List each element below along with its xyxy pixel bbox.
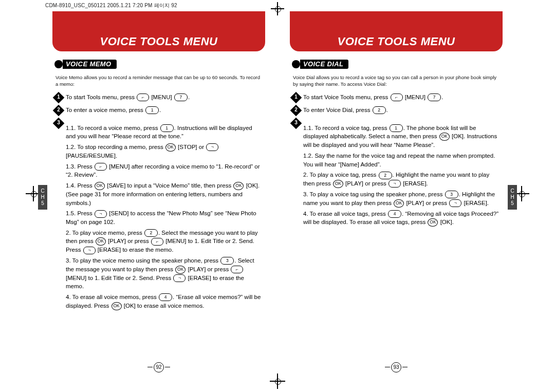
step-text: [MENU] xyxy=(405,94,425,100)
key-1-icon: 1 xyxy=(145,106,159,114)
ok-key-icon: OK xyxy=(175,266,186,274)
substep-text: 3. To play a voice tag using the speaker… xyxy=(303,191,443,197)
key-2-icon: 2 xyxy=(373,106,386,114)
substep-text: 1.3. Press xyxy=(66,163,92,170)
key-3-icon: 3 xyxy=(220,257,234,265)
step-text: To enter Voice Dial, press xyxy=(303,107,370,113)
substep-text: 1.1. To record a voice tag, press xyxy=(303,125,387,131)
key-7-icon: 7 xyxy=(428,94,441,101)
substep-text: 4. To erase all voice tags, press xyxy=(303,211,386,217)
key-4-icon: 4 xyxy=(388,210,401,218)
key-4-icon: 4 xyxy=(159,293,172,301)
substep-text: [PLAY] or press xyxy=(406,200,447,206)
section-intro: Voice Dial allows you to record a voice … xyxy=(293,74,499,88)
softkey-left-icon: ⌐ xyxy=(95,163,107,171)
ok-key-icon: OK xyxy=(165,143,176,152)
key-7-icon: 7 xyxy=(174,94,188,101)
manual-spread: CDM-8910_USC_050121 2005.1.21 7:20 PM 페이… xyxy=(0,0,555,392)
step-3: 3 1.1. To record a voice tag, press 1. T… xyxy=(292,119,501,229)
step-text: To enter a voice memo, press xyxy=(66,107,143,113)
key-3-icon: 3 xyxy=(445,191,458,198)
softkey-left-icon: ⌐ xyxy=(391,94,403,101)
ok-key-icon: OK xyxy=(233,182,244,190)
substep-text: [ERASE]. xyxy=(403,180,428,186)
substep-text: 1.5. Press xyxy=(66,210,92,216)
substep-text: [SAVE] to input a “Voice Memo” title, th… xyxy=(107,182,231,189)
page-number-value: 92 xyxy=(154,362,164,372)
step-text: To start Tools menu, press xyxy=(66,94,135,100)
ok-key-icon: OK xyxy=(428,218,438,227)
substep-text: [ERASE] to erase the memo. xyxy=(98,247,174,253)
section-header-voice-dial: VOICE DIAL xyxy=(292,60,348,69)
ok-key-icon: OK xyxy=(95,182,105,190)
softkey-left-icon: ⌐ xyxy=(231,266,243,273)
ok-key-icon: OK xyxy=(112,302,122,310)
step-2: 2 To enter a voice memo, press 1. xyxy=(54,106,263,115)
softkey-right-icon: ¬ xyxy=(95,210,107,218)
page-number-right: 93 xyxy=(391,362,401,372)
substep-text: [OK]. xyxy=(440,219,454,225)
softkey-right-icon: ¬ xyxy=(83,247,96,254)
softkey-right-icon: ¬ xyxy=(449,199,461,207)
step-text: [MENU] xyxy=(151,94,172,100)
substep-text: [PAUSE/RESUME]. xyxy=(66,153,117,159)
substep-text: 1.1. To record a voice memo, press xyxy=(66,125,158,131)
page-number-value: 93 xyxy=(391,362,401,372)
section-intro: Voice Memo allows you to record a remind… xyxy=(55,74,262,88)
substep-text: [OK] to erase all voice memos. xyxy=(124,303,205,309)
substep-text: 4. To erase all voice memos, press xyxy=(66,294,157,300)
substep-text: [PLAY] or press xyxy=(108,238,149,244)
step-1: 1 To start Tools menu, press ⌐ [MENU] 7. xyxy=(54,93,263,102)
key-1-icon: 1 xyxy=(390,124,403,132)
softkey-right-icon: ¬ xyxy=(206,143,218,151)
key-2-icon: 2 xyxy=(144,229,158,237)
substep-text: [PLAY] or press xyxy=(188,266,229,272)
page-title-banner: VOICE TOOLS MENU xyxy=(290,11,503,51)
substep-text: [MENU] to 1. Edit Title or 2. Send. Pres… xyxy=(66,275,171,281)
ok-key-icon: OK xyxy=(394,199,404,208)
substep-text: 2. To play voice memo, press xyxy=(66,230,142,236)
crop-mark-right xyxy=(518,190,525,197)
section-bullet-icon xyxy=(54,60,63,68)
section-title: VOICE DIAL xyxy=(300,60,348,69)
section-bullet-icon xyxy=(292,60,300,68)
substep-text: 3. To play the voice memo using the spea… xyxy=(66,257,218,264)
ok-key-icon: OK xyxy=(96,237,106,246)
key-2-icon: 2 xyxy=(379,172,392,179)
page-left: VOICE TOOLS MENU VOICE MEMO Voice Memo a… xyxy=(40,11,278,371)
crop-mark-bottom xyxy=(274,378,281,385)
substep-text: 1.2. To stop recording a memo, press xyxy=(66,144,163,150)
substep-text: [PLAY] or press xyxy=(345,180,386,186)
substep-text: [ERASE]. xyxy=(464,200,489,206)
substep-text: 1.2. Say the name for the voice tag and … xyxy=(303,153,495,167)
section-title: VOICE MEMO xyxy=(63,60,117,69)
step-1: 1 To start Voice Tools menu, press ⌐ [ME… xyxy=(292,93,501,102)
print-header: CDM-8910_USC_050121 2005.1.21 7:20 PM 페이… xyxy=(45,2,177,9)
page-title-banner: VOICE TOOLS MENU xyxy=(52,11,265,51)
substep-text: 2. To play a voice tag, press xyxy=(303,172,376,178)
softkey-left-icon: ⌐ xyxy=(151,238,163,246)
substep-text: 1.4. Press xyxy=(66,182,92,189)
softkey-right-icon: ¬ xyxy=(173,274,186,282)
page-right: VOICE TOOLS MENU VOICE DIAL Voice Dial a… xyxy=(278,11,515,371)
softkey-left-icon: ⌐ xyxy=(137,94,149,101)
page-number-left: 92 xyxy=(154,362,164,372)
key-1-icon: 1 xyxy=(160,124,174,132)
substep-text: [STOP] or xyxy=(178,144,204,150)
crop-mark-left xyxy=(30,190,37,197)
ok-key-icon: OK xyxy=(439,133,450,141)
step-3: 3 1.1. To record a voice memo, press 1. … xyxy=(54,119,263,312)
step-2: 2 To enter Voice Dial, press 2. xyxy=(292,106,501,115)
ok-key-icon: OK xyxy=(333,180,343,188)
softkey-right-icon: ¬ xyxy=(388,180,401,188)
step-text: To start Voice Tools menu, press xyxy=(303,94,388,100)
section-header-voice-memo: VOICE MEMO xyxy=(54,60,117,69)
